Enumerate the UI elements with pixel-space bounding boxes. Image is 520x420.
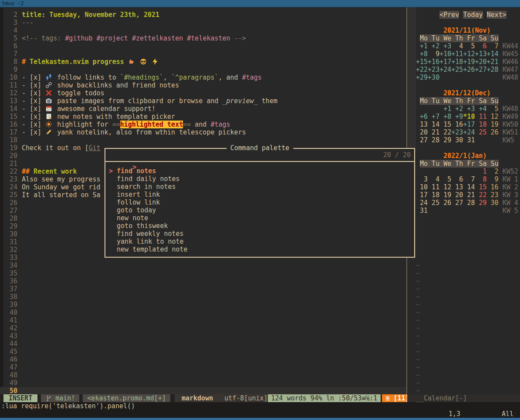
calendar-day[interactable]: +24 (463, 128, 475, 136)
calendar-day[interactable]: +20 (475, 58, 486, 66)
palette-prompt-row[interactable]: > 20 / 20 (105, 149, 414, 162)
calendar-day[interactable]: 9 (428, 50, 439, 58)
editor-line[interactable]: 8# Telekasten.nvim progress (0, 58, 406, 66)
next-button[interactable]: Next> (487, 11, 506, 19)
calendar-day[interactable] (416, 105, 428, 113)
calendar-day[interactable]: +9 (451, 113, 463, 121)
calendar-day[interactable]: 14 (428, 121, 439, 128)
palette-item[interactable]: find daily notes (105, 175, 414, 183)
calendar-day[interactable]: 13 (451, 183, 463, 191)
calendar-day[interactable]: +2 (428, 42, 439, 50)
calendar-day[interactable]: *10 (463, 113, 475, 121)
palette-item[interactable]: new templated note (105, 245, 414, 253)
calendar-day[interactable] (487, 207, 499, 215)
calendar-day[interactable]: 12 (487, 113, 499, 121)
calendar-day[interactable]: 4 (451, 42, 463, 50)
calendar-day[interactable] (463, 207, 475, 215)
calendar-day[interactable]: 27 (416, 136, 428, 144)
calendar-day[interactable]: +26 (463, 66, 475, 74)
calendar-day[interactable] (487, 136, 499, 144)
calendar-day[interactable]: 18 (475, 121, 486, 128)
palette-item[interactable]: follow link (105, 198, 414, 206)
calendar-day[interactable]: 30 (487, 199, 499, 207)
editor-line[interactable]: 42 (0, 324, 406, 332)
calendar-day[interactable] (475, 74, 486, 81)
calendar-day[interactable]: 20 (416, 128, 428, 136)
editor-line[interactable]: 48 (0, 371, 406, 379)
calendar-day[interactable] (475, 207, 486, 215)
calendar-day[interactable]: 28 (463, 199, 475, 207)
palette-item[interactable]: goto today (105, 206, 414, 214)
calendar-day[interactable]: 16 (451, 121, 463, 128)
editor-line[interactable]: 15- [x] new notes with template picker (0, 113, 406, 121)
editor-line[interactable]: 13- [x] paste images from clipboard or b… (0, 97, 406, 105)
calendar-day[interactable]: 5 (487, 105, 499, 113)
calendar-day[interactable]: 29 (475, 199, 486, 207)
calendar-day[interactable]: +16 (428, 58, 439, 66)
calendar-day[interactable]: 26 (487, 128, 499, 136)
editor-line[interactable]: 39 (0, 301, 406, 309)
calendar-day[interactable]: 21 (428, 128, 439, 136)
calendar-day[interactable]: 30 (451, 136, 463, 144)
calendar-day[interactable] (439, 207, 451, 215)
editor-line[interactable]: 7 (0, 50, 406, 58)
calendar-day[interactable]: 31 (416, 207, 428, 215)
calendar-day[interactable]: +1 (416, 42, 428, 50)
calendar-day[interactable]: 6 (475, 42, 486, 50)
calendar-day[interactable]: 22 (439, 128, 451, 136)
calendar-day[interactable] (428, 168, 439, 175)
calendar-day[interactable]: 9 (487, 175, 499, 183)
calendar-day[interactable]: 28 (428, 136, 439, 144)
calendar-day[interactable] (451, 168, 463, 175)
calendar-day[interactable]: 25 (475, 128, 486, 136)
calendar-day[interactable]: 6 (451, 175, 463, 183)
calendar-day[interactable]: +11 (451, 50, 463, 58)
calendar-day[interactable]: +29 (416, 74, 428, 81)
calendar-day[interactable]: 16 (487, 183, 499, 191)
calendar-day[interactable]: +7 (428, 113, 439, 121)
calendar-day[interactable]: 26 (439, 199, 451, 207)
calendar-day[interactable]: +6 (416, 113, 428, 121)
calendar-day[interactable]: 2 (487, 168, 499, 175)
calendar-panel[interactable]: <Prev Today Next> 2021/11(Nov) Mo Tu We … (407, 7, 520, 394)
editor-line[interactable]: 46 (0, 356, 406, 363)
editor-line[interactable]: 47 (0, 363, 406, 371)
calendar-day[interactable]: 7 (463, 175, 475, 183)
calendar-day[interactable]: +15 (416, 58, 428, 66)
calendar-day[interactable] (475, 136, 486, 144)
calendar-day[interactable]: 18 (428, 191, 439, 199)
calendar-day[interactable]: +30 (428, 74, 439, 81)
calendar-day[interactable]: 11 (475, 113, 486, 121)
editor-line[interactable]: 34 (0, 262, 406, 269)
editor-line[interactable]: 3--- (0, 19, 406, 27)
editor-line[interactable]: 10- [x] follow links to `#headings`, `^p… (0, 74, 406, 81)
calendar-day[interactable]: +3 (439, 42, 451, 50)
calendar-day[interactable]: 1 (475, 168, 486, 175)
calendar-day[interactable]: +25 (451, 66, 463, 74)
calendar-day[interactable]: 3 (416, 175, 428, 183)
calendar-day[interactable]: +14 (487, 50, 499, 58)
calendar-day[interactable]: +27 (475, 66, 486, 74)
editor-line[interactable]: 41 (0, 316, 406, 324)
calendar-day[interactable]: 19 (487, 121, 499, 128)
editor-line[interactable]: 40 (0, 309, 406, 316)
calendar-day[interactable]: 20 (451, 191, 463, 199)
calendar-day[interactable]: +18 (451, 58, 463, 66)
palette-item[interactable]: find weekly notes (105, 230, 414, 238)
calendar-day[interactable]: +17 (439, 58, 451, 66)
calendar-day[interactable]: +23 (451, 128, 463, 136)
editor-line[interactable]: 2title: Tuesday, November 23th, 2021 (0, 11, 406, 19)
editor-line[interactable]: 18 (0, 136, 406, 144)
editor-line[interactable]: 35 (0, 269, 406, 277)
calendar-day[interactable]: 15 (439, 121, 451, 128)
editor-line[interactable]: 4 (0, 27, 406, 34)
calendar-day[interactable]: +8 (439, 113, 451, 121)
today-button[interactable]: Today (463, 11, 483, 19)
calendar-day[interactable]: +28 (487, 66, 499, 74)
calendar-day[interactable]: 4 (428, 175, 439, 183)
calendar-day[interactable] (451, 74, 463, 81)
calendar-day[interactable]: 5 (439, 175, 451, 183)
editor-line[interactable]: 16- [x] highlight for ==highlighted text… (0, 121, 406, 128)
calendar-day[interactable] (428, 207, 439, 215)
calendar-day[interactable]: 29 (439, 136, 451, 144)
